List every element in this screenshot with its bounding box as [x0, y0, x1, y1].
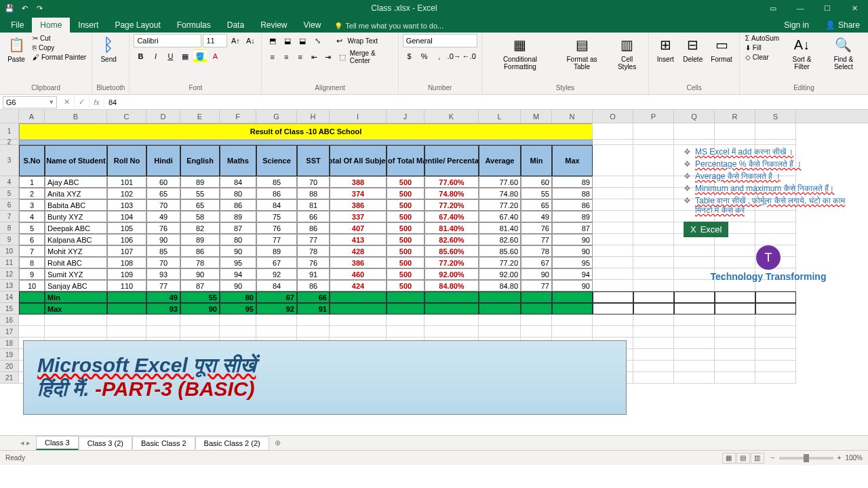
increase-decimal-icon[interactable]: .0→	[448, 49, 461, 63]
col-header[interactable]: J	[387, 110, 425, 123]
data-cell[interactable]: 87	[220, 222, 256, 234]
data-cell[interactable]: 55	[521, 188, 552, 199]
data-cell[interactable]: 90	[552, 234, 593, 245]
data-cell[interactable]: 90	[552, 280, 593, 291]
col-header[interactable]: G	[256, 110, 297, 123]
cell-styles-button[interactable]: ▥Cell Styles	[610, 34, 644, 72]
data-cell[interactable]: 76	[297, 257, 330, 268]
row-header[interactable]: 2	[0, 140, 19, 145]
data-cell[interactable]: 49	[146, 211, 180, 222]
data-cell[interactable]: Ajay ABC	[45, 176, 107, 188]
align-right-icon[interactable]: ≡	[294, 50, 307, 64]
data-cell[interactable]: 89	[256, 245, 297, 257]
sheet-tab[interactable]: Basic Class 2 (2)	[195, 436, 269, 449]
col-header[interactable]: M	[521, 110, 552, 123]
data-cell[interactable]: 82	[180, 222, 220, 234]
undo-icon[interactable]: ↶	[19, 3, 30, 14]
data-cell[interactable]: 388	[330, 176, 387, 188]
data-cell[interactable]: 86	[220, 199, 256, 211]
data-cell[interactable]: 60	[146, 176, 180, 188]
sign-in-link[interactable]: Sign in	[776, 18, 817, 33]
maximize-icon[interactable]: ☐	[814, 0, 841, 16]
data-cell[interactable]: 500	[387, 222, 425, 234]
col-header[interactable]: R	[715, 110, 755, 123]
formula-bar[interactable]: 84	[104, 96, 868, 108]
row-header[interactable]: 4	[0, 176, 19, 188]
data-cell[interactable]: 77	[297, 234, 330, 245]
data-cell[interactable]: 104	[107, 211, 146, 222]
data-cell[interactable]: 424	[330, 280, 387, 291]
format-as-table-button[interactable]: ▤Format as Table	[557, 34, 607, 72]
fx-icon[interactable]: fx	[90, 95, 104, 110]
sheet-tab[interactable]: Class 3 (2)	[79, 436, 132, 449]
data-cell[interactable]: 10	[19, 280, 45, 291]
data-cell[interactable]: 90	[146, 234, 180, 245]
format-cells-button[interactable]: ▭Format	[708, 34, 735, 64]
data-cell[interactable]: 374	[330, 188, 387, 199]
data-cell[interactable]: 76	[146, 222, 180, 234]
data-cell[interactable]: Anita XYZ	[45, 188, 107, 199]
share-button[interactable]: 👤 Share	[817, 18, 868, 33]
data-cell[interactable]: Kalpana ABC	[45, 234, 107, 245]
data-cell[interactable]: 86	[552, 199, 593, 211]
data-cell[interactable]: 84	[256, 280, 297, 291]
tab-page-layout[interactable]: Page Layout	[106, 18, 168, 33]
cancel-formula-icon[interactable]: ✕	[60, 95, 75, 110]
data-cell[interactable]: Sanjay ABC	[45, 280, 107, 291]
minimize-icon[interactable]: —	[787, 0, 814, 16]
font-name-combo[interactable]: Calibri	[134, 34, 201, 47]
data-cell[interactable]: 77.20%	[425, 199, 479, 211]
paste-button[interactable]: 📋Paste	[4, 34, 28, 64]
tell-me-search[interactable]: Tell me what you want to do...	[329, 19, 449, 33]
col-header[interactable]: I	[330, 110, 387, 123]
data-cell[interactable]: 80	[220, 234, 256, 245]
data-cell[interactable]: 67	[256, 257, 297, 268]
data-cell[interactable]: 500	[387, 280, 425, 291]
decrease-indent-icon[interactable]: ⇤	[308, 50, 321, 64]
data-cell[interactable]: 90	[180, 268, 220, 280]
borders-button[interactable]: ▦	[178, 49, 192, 63]
comma-format-icon[interactable]: ,	[433, 49, 446, 63]
data-cell[interactable]: 109	[107, 268, 146, 280]
data-cell[interactable]: Mohit XYZ	[45, 245, 107, 257]
data-cell[interactable]: 80	[220, 188, 256, 199]
data-cell[interactable]: 90	[220, 280, 256, 291]
col-header[interactable]: F	[220, 110, 256, 123]
italic-button[interactable]: I	[149, 49, 162, 63]
fill-button[interactable]: ⬇ Fill	[744, 43, 781, 52]
data-cell[interactable]: Sumit XYZ	[45, 268, 107, 280]
data-cell[interactable]: 77.20%	[425, 257, 479, 268]
data-cell[interactable]: 337	[330, 211, 387, 222]
sheet-tab[interactable]: Class 3	[36, 436, 79, 450]
number-format-combo[interactable]: General	[403, 34, 477, 47]
fill-color-button[interactable]: 🪣	[193, 49, 207, 63]
tab-insert[interactable]: Insert	[70, 18, 106, 33]
data-cell[interactable]: 407	[330, 222, 387, 234]
data-cell[interactable]: 74.80%	[425, 188, 479, 199]
data-cell[interactable]: 92	[256, 268, 297, 280]
col-header[interactable]: B	[45, 110, 107, 123]
col-header[interactable]: P	[633, 110, 674, 123]
sort-filter-button[interactable]: A↓Sort & Filter	[783, 34, 820, 72]
col-header[interactable]: S	[755, 110, 796, 123]
row-header[interactable]: 19	[0, 349, 19, 361]
autosum-button[interactable]: Σ AutoSum	[744, 34, 781, 43]
col-header[interactable]: C	[107, 110, 146, 123]
col-header[interactable]: A	[19, 110, 45, 123]
data-cell[interactable]: 85.60%	[425, 245, 479, 257]
orientation-icon[interactable]: ⤡	[311, 34, 324, 47]
data-cell[interactable]: 77.60	[479, 176, 521, 188]
font-color-button[interactable]: A	[208, 49, 222, 63]
data-cell[interactable]: 7	[19, 245, 45, 257]
data-cell[interactable]: 90	[521, 268, 552, 280]
data-cell[interactable]: 88	[297, 188, 330, 199]
data-cell[interactable]: 89	[552, 211, 593, 222]
data-cell[interactable]: 86	[297, 222, 330, 234]
tab-view[interactable]: View	[296, 18, 330, 33]
data-cell[interactable]: 77	[256, 234, 297, 245]
data-cell[interactable]: 67.40	[479, 211, 521, 222]
data-cell[interactable]: 3	[19, 199, 45, 211]
row-header[interactable]: 6	[0, 199, 19, 211]
close-icon[interactable]: ✕	[841, 0, 868, 16]
wrap-text-button[interactable]: ↩	[332, 34, 346, 47]
